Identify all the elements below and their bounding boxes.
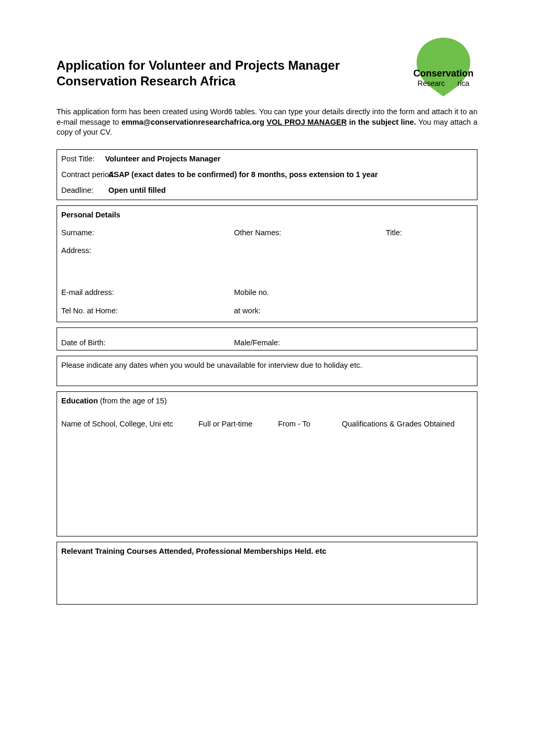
contract-period-label: Contract period: <box>61 169 98 180</box>
address-label: Address: <box>61 246 91 255</box>
other-names-label: Other Names: <box>234 228 281 237</box>
logo: Conservation Research Africa <box>409 36 477 98</box>
email-label: E-mail address: <box>61 288 114 297</box>
dob-gender-section: Date of Birth: Male/Female: <box>57 327 477 350</box>
dob-label: Date of Birth: <box>61 338 106 347</box>
post-details-section: Post Title: Volunteer and Projects Manag… <box>57 149 477 200</box>
availability-text: Please indicate any dates when you would… <box>61 361 362 369</box>
work-tel-label: at work: <box>234 306 261 315</box>
title-line-1: Application for Volunteer and Projects M… <box>57 58 340 72</box>
svg-text:Research Africa: Research Africa <box>418 79 470 87</box>
education-col-quals: Qualifications & Grades Obtained <box>342 419 473 429</box>
education-heading-suffix: (from the age of 15) <box>98 397 166 405</box>
training-heading: Relevant Training Courses Attended, Prof… <box>61 547 326 555</box>
mobile-label: Mobile no. <box>234 288 269 297</box>
deadline-label: Deadline: <box>61 185 98 195</box>
education-heading: Education <box>61 397 98 405</box>
title-line-2: Conservation Research Africa <box>57 74 236 88</box>
home-tel-label: Tel No. at Home: <box>61 306 118 315</box>
gender-label: Male/Female: <box>234 338 280 347</box>
svg-text:Conservation: Conservation <box>413 68 473 79</box>
intro-subject: VOL PROJ MANAGER <box>266 118 347 126</box>
education-col-dates: From - To <box>278 419 330 429</box>
page-title: Application for Volunteer and Projects M… <box>57 58 340 89</box>
post-title-value: Volunteer and Projects Manager <box>105 154 221 164</box>
deadline-value: Open until filled <box>108 185 166 195</box>
availability-section: Please indicate any dates when you would… <box>57 356 477 386</box>
education-section: Education (from the age of 15) Name of S… <box>57 391 477 537</box>
intro-text-2: in the subject line. <box>347 118 418 126</box>
education-col-school: Name of School, College, Uni etc <box>61 419 187 429</box>
intro-paragraph: This application form has been created u… <box>57 107 477 138</box>
education-col-fulltime: Full or Part-time <box>198 419 266 429</box>
post-title-label: Post Title: <box>61 154 95 164</box>
surname-label: Surname: <box>61 228 94 237</box>
training-section: Relevant Training Courses Attended, Prof… <box>57 542 477 604</box>
intro-email: emma@conservationresearchafrica.org <box>121 118 264 126</box>
personal-details-heading: Personal Details <box>61 210 473 220</box>
personal-details-section: Personal Details Surname: Other Names: T… <box>57 205 477 322</box>
title-field-label: Title: <box>386 228 402 237</box>
contract-period-value: ASAP (exact dates to be confirmed) for 8… <box>108 169 378 180</box>
